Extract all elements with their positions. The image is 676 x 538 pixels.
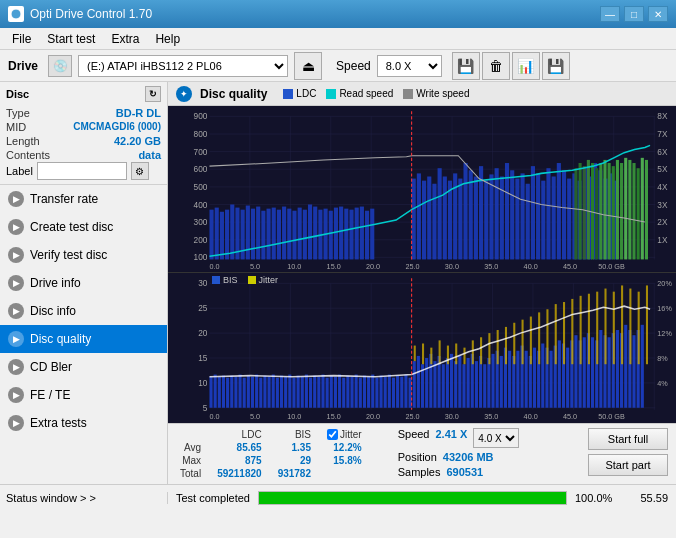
svg-text:15.0: 15.0 [327,262,341,271]
svg-rect-284 [580,296,582,364]
svg-rect-211 [425,358,428,408]
svg-rect-171 [259,378,262,408]
save-icon-btn[interactable]: 💾 [452,52,480,80]
svg-rect-282 [563,302,565,364]
disc-length-value: 42.20 GB [114,135,161,147]
svg-rect-184 [313,376,316,408]
svg-text:15: 15 [198,353,208,363]
sidebar-item-disc-quality[interactable]: ▶ Disc quality [0,325,167,353]
svg-rect-225 [483,364,486,408]
svg-rect-64 [463,163,467,259]
legend-jitter-label: Jitter [259,275,279,285]
svg-rect-174 [272,374,275,407]
svg-rect-281 [555,304,557,364]
sidebar-item-transfer-rate[interactable]: ▶ Transfer rate [0,185,167,213]
total-jitter [323,467,374,480]
svg-text:35.0: 35.0 [484,262,498,271]
samples-row: Samples 690531 [398,466,520,478]
jitter-checkbox[interactable] [327,429,338,440]
svg-text:35.0: 35.0 [484,412,498,421]
svg-text:10.0: 10.0 [287,412,301,421]
svg-rect-219 [458,356,461,408]
menu-help[interactable]: Help [147,30,188,48]
disc-label-input[interactable] [37,162,127,180]
sidebar-item-create-test-disc[interactable]: ▶ Create test disc [0,213,167,241]
disc-label-btn[interactable]: ⚙ [131,162,149,180]
svg-rect-287 [604,288,606,364]
chart2-svg: 30 25 20 15 10 5 20% 16% 12% 8% 4% 0.0 5… [168,273,676,423]
disc-length-label: Length [6,135,40,147]
status-window-btn[interactable]: Status window > > [0,492,168,504]
close-button[interactable]: ✕ [648,6,668,22]
svg-rect-194 [355,374,358,407]
minimize-button[interactable]: — [600,6,620,22]
sidebar-item-disc-info[interactable]: ▶ Disc info [0,297,167,325]
svg-text:10.0: 10.0 [287,262,301,271]
svg-rect-201 [384,377,387,408]
start-full-button[interactable]: Start full [588,428,668,450]
svg-text:10: 10 [198,378,208,388]
svg-rect-77 [531,166,535,259]
stats-area: LDC BIS Jitter Avg 85.65 1.35 12.2% Max [168,423,676,484]
svg-rect-164 [230,376,233,408]
svg-rect-57 [427,176,431,259]
svg-rect-23 [215,208,219,260]
svg-rect-273 [488,333,490,364]
menu-start-test[interactable]: Start test [39,30,103,48]
sidebar-item-drive-info[interactable]: ▶ Drive info [0,269,167,297]
svg-rect-63 [458,179,462,260]
svg-rect-202 [388,374,391,407]
svg-rect-271 [472,340,474,364]
transfer-rate-icon: ▶ [8,191,24,207]
menu-file[interactable]: File [4,30,39,48]
legend-write-speed-label: Write speed [416,88,469,99]
svg-rect-220 [462,364,465,408]
total-bis: 931782 [274,467,323,480]
sidebar-item-extra-tests[interactable]: ▶ Extra tests [0,409,167,437]
speed-test-select[interactable]: 4.0 X [473,428,519,448]
sidebar-label-fe-te: FE / TE [30,388,70,402]
chart1-svg: 900 800 700 600 500 400 300 200 100 8X 7… [168,106,676,272]
menu-extra[interactable]: Extra [103,30,147,48]
drive-select[interactable]: (E:) ATAPI iHBS112 2 PL06 [78,55,288,77]
col-bis-header: BIS [274,428,323,441]
svg-rect-169 [251,377,254,408]
svg-rect-105 [620,163,623,259]
disc-quality-icon: ▶ [8,331,24,347]
svg-rect-208 [413,361,416,408]
samples-label: Samples [398,466,441,478]
sidebar-item-verify-test-disc[interactable]: ▶ Verify test disc [0,241,167,269]
drive-icon: 💿 [48,55,72,77]
sidebar-label-disc-info: Disc info [30,304,76,318]
svg-text:40.0: 40.0 [524,262,538,271]
maximize-button[interactable]: □ [624,6,644,22]
svg-text:50.0 GB: 50.0 GB [598,262,625,271]
sidebar-item-fe-te[interactable]: ▶ FE / TE [0,381,167,409]
svg-text:700: 700 [194,147,208,157]
svg-point-0 [11,9,21,19]
legend-write-speed: Write speed [403,88,469,99]
disc-refresh-btn[interactable]: ↻ [145,86,161,102]
svg-text:5X: 5X [657,164,668,174]
svg-rect-66 [474,176,478,259]
svg-rect-216 [446,358,449,408]
erase-icon-btn[interactable]: 🗑 [482,52,510,80]
svg-rect-267 [439,340,441,364]
svg-rect-98 [591,163,594,259]
start-part-button[interactable]: Start part [588,454,668,476]
svg-rect-47 [339,207,343,260]
svg-rect-276 [513,323,515,364]
svg-rect-190 [338,374,341,407]
disc-contents-label: Contents [6,149,50,161]
svg-rect-227 [491,354,494,408]
svg-rect-285 [588,294,590,364]
eject-button[interactable]: ⏏ [294,52,322,80]
disc-label-text: Label [6,165,33,177]
export-icon-btn[interactable]: 📊 [512,52,540,80]
svg-text:600: 600 [194,164,208,174]
svg-rect-197 [367,377,370,408]
sidebar-item-cd-bler[interactable]: ▶ CD Bler [0,353,167,381]
disc-info-icon: ▶ [8,303,24,319]
speed-select[interactable]: 8.0 X [377,55,442,77]
save2-icon-btn[interactable]: 💾 [542,52,570,80]
